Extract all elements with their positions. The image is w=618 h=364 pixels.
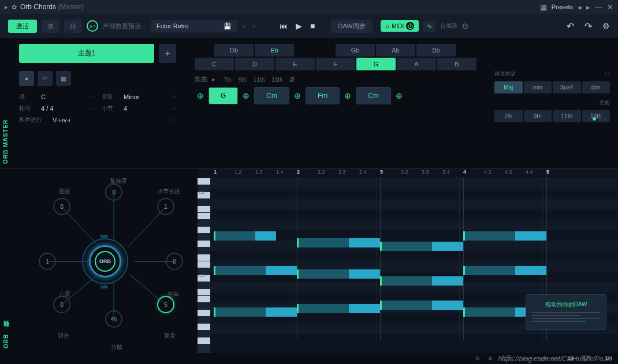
type-min[interactable]: min	[524, 81, 552, 93]
knob-complexity[interactable]: 0	[105, 183, 122, 201]
key-Bb[interactable]: Bb	[416, 44, 456, 57]
key-arrows[interactable]: ‹ ›	[89, 94, 94, 100]
bars-arrows[interactable]: ‹ ›	[172, 106, 177, 111]
preset-next[interactable]: ›	[251, 22, 258, 29]
knob-barlength[interactable]: 1	[157, 198, 174, 215]
add-chord-icon[interactable]: ⊕	[292, 91, 303, 100]
zoom-out-icon[interactable]: ⊖	[475, 355, 480, 361]
key-G[interactable]: G	[356, 58, 396, 70]
key-value[interactable]: C	[41, 93, 83, 100]
add-chord-icon[interactable]: ⊕	[195, 91, 206, 100]
key-A[interactable]: A	[397, 58, 436, 70]
rewind-icon[interactable]: ⏮	[280, 21, 288, 31]
preset-prev[interactable]: ‹	[241, 22, 248, 29]
key-Gb[interactable]: Gb	[336, 44, 375, 57]
knob-density[interactable]: 0	[53, 198, 70, 215]
midi-note[interactable]	[214, 231, 255, 241]
page-dots[interactable]: ‹›	[589, 115, 606, 122]
orb-core[interactable]: ORB	[95, 251, 116, 272]
midi-note[interactable]	[214, 307, 266, 317]
timeline[interactable]: 11.21.31.422.22.32.433.23.33.444.24.34.4…	[198, 169, 618, 353]
chord-slot[interactable]: Cm	[254, 87, 289, 104]
scale-value[interactable]: Minor	[124, 93, 166, 100]
ext-11th[interactable]: 11th	[250, 76, 268, 84]
add-theme-button[interactable]: +	[159, 44, 176, 63]
knob-k45[interactable]: 45	[105, 310, 122, 328]
chord-slot[interactable]: Fm	[306, 87, 340, 104]
type-dim[interactable]: dim	[582, 81, 610, 93]
midi-note[interactable]	[214, 266, 266, 275]
midi-note[interactable]	[380, 276, 432, 286]
daw-sync-button[interactable]: DAW同步	[331, 20, 372, 33]
key-E[interactable]: E	[276, 58, 315, 70]
save-icon[interactable]: 💾	[224, 22, 232, 30]
c7-icon[interactable]: C⁷	[38, 71, 53, 86]
scale-arrows[interactable]: ‹ ›	[172, 94, 177, 100]
knob-k5[interactable]: 0	[166, 253, 183, 270]
type-arrows[interactable]: ‹ ›	[605, 70, 610, 78]
gain-dial[interactable]: 0.7	[87, 20, 98, 32]
ext-9th[interactable]: 9th	[235, 76, 250, 84]
synth-toggle-icon[interactable]: ⏻	[462, 22, 468, 29]
color-11th[interactable]: 11th	[553, 110, 581, 122]
preset-next-icon[interactable]: ▸	[586, 3, 590, 12]
bars-value[interactable]: 4	[124, 105, 166, 112]
solo-button[interactable]: 独	[42, 20, 59, 33]
settings-icon[interactable]: ⚙	[602, 21, 610, 31]
midi-note[interactable]	[463, 266, 515, 275]
add-chord-icon[interactable]: ⊕	[342, 91, 353, 100]
color-9th[interactable]: 9th	[524, 110, 552, 122]
activate-button[interactable]: 激活	[8, 20, 37, 33]
grid-icon[interactable]: ▦	[540, 3, 547, 12]
chord-slot[interactable]: G	[209, 87, 238, 104]
ext-13th[interactable]: 13th	[268, 76, 286, 84]
preset-prev-icon[interactable]: ◂	[578, 3, 582, 12]
key-F[interactable]: F	[316, 58, 355, 70]
knob-k4[interactable]: 1	[39, 253, 56, 270]
sig-value[interactable]: 4 / 4	[41, 105, 83, 112]
minimize-icon[interactable]: —	[595, 3, 602, 12]
gear-icon[interactable]: ✿	[12, 3, 17, 11]
knob-octave[interactable]: 0	[53, 296, 70, 313]
key-Db[interactable]: Db	[214, 44, 254, 57]
midi-note[interactable]	[380, 242, 432, 251]
redo-icon[interactable]: ↷	[585, 21, 592, 32]
wave-button[interactable]: ∿	[423, 21, 435, 32]
ext-Ø[interactable]: Ø	[286, 76, 298, 84]
sig-arrows[interactable]: ‹ ›	[89, 106, 94, 111]
undo-icon[interactable]: ↶	[567, 21, 574, 32]
ext-7th[interactable]: 7th	[220, 76, 235, 84]
midi-note[interactable]	[297, 238, 349, 247]
ruler[interactable]: 11.21.31.422.22.32.433.23.33.444.24.34.4…	[198, 169, 618, 178]
knob-blank[interactable]: 5	[157, 296, 174, 313]
key-C[interactable]: C	[195, 58, 234, 70]
midi-button[interactable]: ♫MIDI⏻	[381, 20, 419, 32]
record-icon[interactable]: ●	[19, 71, 34, 86]
key-Ab[interactable]: Ab	[376, 44, 415, 57]
add-chord-icon[interactable]: ⊕	[240, 91, 252, 100]
stop-icon[interactable]: ■	[310, 21, 315, 31]
preset-select[interactable]: Futur Retro 💾	[151, 20, 237, 32]
song-play-icon[interactable]: ▸	[212, 76, 215, 83]
play-icon[interactable]: ▶	[296, 21, 302, 31]
add-chord-icon[interactable]: ⊕	[393, 91, 405, 100]
midi-note[interactable]	[463, 231, 515, 241]
key-B[interactable]: B	[437, 58, 476, 70]
color-7th[interactable]: 7th	[494, 110, 523, 122]
synth-label[interactable]: 合成器	[440, 22, 457, 30]
theme-button[interactable]: 主题1	[19, 44, 154, 63]
prog-arrows[interactable]: ‹ ›	[172, 117, 177, 123]
midi-note[interactable]	[297, 269, 349, 279]
presets-label[interactable]: Presets	[552, 3, 573, 10]
chord-slot[interactable]: Cm	[356, 87, 391, 104]
drag-hint[interactable]: 拖动到你的DAW	[526, 294, 606, 330]
mute-button[interactable]: 静	[64, 20, 82, 33]
prog-value[interactable]: V-i-iv-i	[53, 117, 166, 123]
type-Sus4[interactable]: Sus4	[553, 81, 581, 93]
close-icon[interactable]: ✕	[607, 3, 613, 12]
key-Eb[interactable]: Eb	[255, 44, 294, 57]
zoom-in-icon[interactable]: ⊕	[488, 355, 493, 361]
grid-view-icon[interactable]: ▦	[56, 71, 71, 86]
midi-note[interactable]	[297, 304, 349, 313]
midi-note[interactable]	[463, 307, 515, 317]
